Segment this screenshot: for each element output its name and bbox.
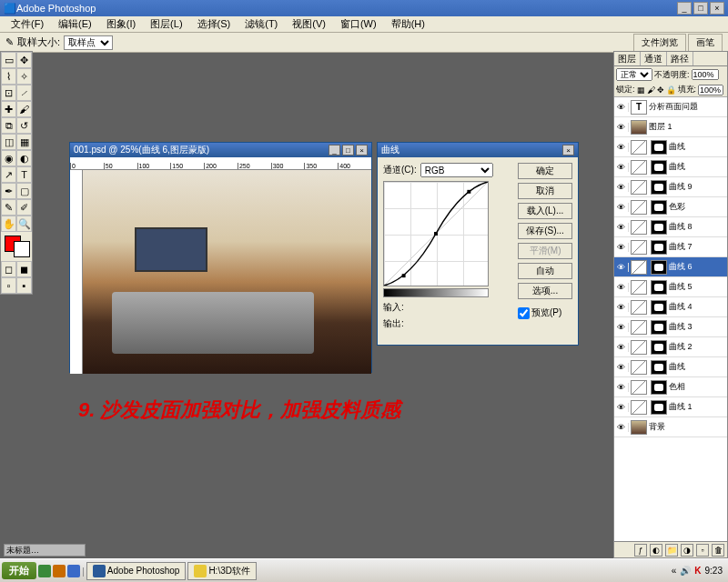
layer-row[interactable]: 👁曲线 [614,357,727,377]
trash-icon[interactable]: 🗑 [712,544,724,557]
layer-row[interactable]: 👁曲线 [614,137,727,157]
history-tool[interactable]: ↺ [16,117,32,134]
layer-row[interactable]: 👁曲线 2 [614,337,727,357]
filebrowser-tab[interactable]: 文件浏览 [633,34,686,52]
visibility-icon[interactable]: 👁 [614,223,629,232]
minimized-doc[interactable]: 未标题… [4,544,86,557]
save-button[interactable]: 保存(S)... [518,223,572,239]
visibility-icon[interactable]: 👁 [614,423,629,432]
doc-minimize[interactable]: _ [329,145,340,156]
eyedropper-tool[interactable]: ✐ [16,199,32,216]
visibility-icon[interactable]: 👁 [614,323,629,332]
lock-all-icon[interactable]: 🔒 [666,85,676,95]
ok-button[interactable]: 确定 [518,163,572,179]
system-tray[interactable]: « 🔊 K 9:23 [668,564,726,577]
slice-tool[interactable]: ⟋ [16,85,32,101]
brushes-tab[interactable]: 画笔 [688,34,723,52]
mask-icon[interactable]: ◐ [650,544,662,557]
layer-row[interactable]: 👁曲线 9 [614,177,727,197]
layer-row[interactable]: 👁曲线 3 [614,317,727,337]
doc-close[interactable]: × [356,145,368,156]
menu-file[interactable]: 文件(F) [5,17,49,31]
tray-icon[interactable]: K [694,566,701,576]
visibility-icon[interactable]: 👁 [614,283,629,292]
tab-channels[interactable]: 通道 [641,52,667,65]
adjust-icon[interactable]: ◑ [681,544,693,557]
layer-row[interactable]: 👁背景 [614,417,727,437]
menu-window[interactable]: 窗口(W) [335,17,382,31]
task-photoshop[interactable]: Adobe Photoshop [86,562,187,580]
close-button[interactable]: × [710,2,724,15]
lock-move-icon[interactable]: ✥ [657,85,664,95]
stamp-tool[interactable]: ⧉ [1,117,16,134]
task-folder[interactable]: H:\3D软件 [187,562,257,580]
visibility-icon[interactable]: 👁 [614,103,629,112]
load-button[interactable]: 载入(L)... [518,203,572,219]
type-tool[interactable]: T [16,166,32,183]
lock-trans-icon[interactable]: ▦ [637,85,645,95]
layer-row[interactable]: 👁曲线 1 [614,397,727,417]
menu-select[interactable]: 选择(S) [192,17,237,31]
menu-help[interactable]: 帮助(H) [386,17,430,31]
lock-paint-icon[interactable]: 🖌 [647,85,655,95]
visibility-icon[interactable]: 👁 [614,203,629,212]
tab-paths[interactable]: 路径 [667,52,693,65]
brush-tool[interactable]: 🖌 [16,101,32,117]
minimize-button[interactable]: _ [677,2,692,15]
move-tool[interactable]: ✥ [16,52,32,68]
curves-close[interactable]: × [562,145,574,156]
visibility-icon[interactable]: 👁 [614,383,629,392]
visibility-icon[interactable]: 👁 [614,123,629,132]
screen-std[interactable]: ▫ [1,277,16,294]
blur-tool[interactable]: ◉ [1,150,16,166]
auto-button[interactable]: 自动 [518,263,572,279]
layer-row[interactable]: 👁曲线 5 [614,277,727,297]
menu-layer[interactable]: 图层(L) [145,17,187,31]
notes-tool[interactable]: ✎ [1,199,16,216]
layer-row[interactable]: 👁曲线 [614,157,727,177]
quickmask-mode[interactable]: ◼ [16,261,32,277]
quicklaunch-icon[interactable] [53,565,66,577]
marquee-tool[interactable]: ▭ [1,52,16,68]
shape-tool[interactable]: ▢ [16,183,32,199]
pen-tool[interactable]: ✒ [1,183,16,199]
menu-view[interactable]: 视图(V) [287,17,331,31]
preview-checkbox[interactable] [518,307,530,319]
new-layer-icon[interactable]: ▫ [696,544,709,557]
layer-row[interactable]: 👁曲线 8 [614,217,727,237]
screen-full[interactable]: ▪ [16,277,32,294]
layers-list[interactable]: 👁T分析画面问题👁图层 1👁曲线👁曲线👁曲线 9👁色彩👁曲线 8👁曲线 7👁曲线… [614,97,727,541]
hand-tool[interactable]: ✋ [1,216,16,232]
layer-row[interactable]: 👁T分析画面问题 [614,97,727,117]
layer-row[interactable]: 👁色彩 [614,197,727,217]
visibility-icon[interactable]: 👁 [614,403,629,412]
options-button[interactable]: 选项... [518,283,572,299]
visibility-icon[interactable]: 👁 [614,303,629,312]
fill-input[interactable] [698,85,723,95]
layer-row[interactable]: 👁图层 1 [614,117,727,137]
heal-tool[interactable]: ✚ [1,101,16,117]
menu-edit[interactable]: 编辑(E) [53,17,97,31]
menu-image[interactable]: 图象(I) [101,17,141,31]
lasso-tool[interactable]: ⌇ [1,68,16,85]
visibility-icon[interactable]: 👁 [614,183,629,192]
visibility-icon[interactable]: 👁 [614,243,629,252]
sample-select[interactable]: 取样点 [64,35,113,50]
cancel-button[interactable]: 取消 [518,183,572,199]
opacity-input[interactable] [692,69,719,80]
input-gradient[interactable] [383,288,489,297]
layer-row[interactable]: 👁色相 [614,377,727,397]
color-swatch[interactable] [3,234,32,259]
zoom-tool[interactable]: 🔍 [16,216,32,232]
tab-layers[interactable]: 图层 [614,52,641,65]
quicklaunch-icon[interactable] [38,565,51,577]
folder-icon[interactable]: 📁 [665,544,678,557]
background-color[interactable] [14,241,30,257]
crop-tool[interactable]: ⊡ [1,85,16,101]
fx-icon[interactable]: ƒ [634,544,647,557]
doc-maximize[interactable]: □ [342,145,354,156]
eyedropper-icon[interactable]: ✎ [5,36,14,48]
canvas[interactable] [83,170,371,374]
tray-icon[interactable]: 🔊 [680,566,691,576]
layer-row[interactable]: 👁曲线 6 [614,257,727,277]
